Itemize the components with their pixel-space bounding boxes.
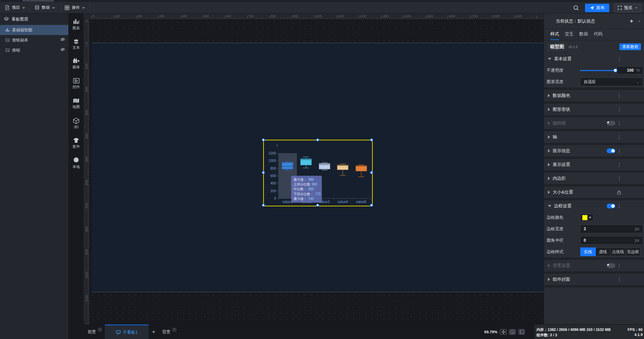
select-图形宽度[interactable]: 自适应⌄ xyxy=(580,77,643,86)
document-icon xyxy=(5,5,9,10)
more-options-icon[interactable]: ⋮ xyxy=(617,162,620,167)
pan-tool-button[interactable] xyxy=(500,329,507,335)
section-header-边框设置[interactable]: 边框设置⋮ xyxy=(544,200,644,212)
section-toggle[interactable] xyxy=(607,263,615,268)
setting-label: 圆角半径 xyxy=(547,238,563,243)
layer-item-1[interactable]: 基础箱型图 xyxy=(0,25,68,35)
search-button[interactable] xyxy=(572,3,580,12)
selection-handle[interactable] xyxy=(262,204,265,207)
section-header-基本设置[interactable]: 基本设置⋮ xyxy=(544,53,644,65)
border-color-picker[interactable] xyxy=(580,214,593,221)
input-value: 3 xyxy=(584,227,586,231)
menu-action[interactable]: 操作 xyxy=(60,2,90,13)
add-foreground-icon[interactable]: + xyxy=(98,328,102,332)
toolbox-item-3D[interactable]: 3D xyxy=(69,117,84,129)
input-边框宽度[interactable]: 3px xyxy=(580,225,643,233)
opacity-slider[interactable] xyxy=(580,70,615,71)
selection-handle[interactable] xyxy=(370,138,373,141)
section-toggle[interactable] xyxy=(607,204,615,208)
add-background-icon[interactable]: + xyxy=(173,328,176,332)
more-options-icon[interactable]: ⋮ xyxy=(617,56,620,62)
ruler-v-number: 0 xyxy=(85,42,88,43)
panel-tab-数据[interactable]: 数据 xyxy=(579,29,588,40)
preview-button[interactable]: 预览 xyxy=(614,4,641,12)
publish-button[interactable]: 发布 xyxy=(585,4,609,12)
selection-handle[interactable] xyxy=(370,204,373,207)
canvas-field[interactable]: ↑ 120010008006004002000value1value2value… xyxy=(90,20,544,324)
more-options-icon[interactable]: ⋮ xyxy=(617,121,620,126)
selected-boxplot-component[interactable]: ↑ 120010008006004002000value1value2value… xyxy=(263,140,373,206)
selection-handle[interactable] xyxy=(316,204,319,207)
toolbox-item-控件[interactable]: 控件 xyxy=(69,78,84,90)
section-header-内边距[interactable]: 内边距⋮ xyxy=(544,173,644,184)
section-header-大小&位置[interactable]: 大小&位置 xyxy=(544,187,644,198)
input-圆角半径[interactable]: 0px xyxy=(580,236,643,245)
toolbox-item-媒体[interactable]: 媒体 xyxy=(69,58,84,70)
eye-off-icon[interactable] xyxy=(60,47,65,52)
value-text: 100 xyxy=(627,68,634,73)
zoom-level[interactable]: 69.79% xyxy=(484,330,497,334)
border-style-虚线[interactable]: 虚线 xyxy=(596,247,611,256)
state-value[interactable]: 默认状态 xyxy=(578,18,595,24)
section-header-提示信息[interactable]: 提示信息⋮ xyxy=(544,145,644,157)
caret-right-icon xyxy=(548,135,550,139)
section-header-图形形状[interactable]: 图形形状⋮ xyxy=(544,104,644,115)
tooltip-value: 980 xyxy=(308,178,314,181)
tab-sub-dashboard[interactable]: 子看板1 xyxy=(105,325,149,339)
menu-data[interactable]: 数据 xyxy=(30,2,60,13)
opacity-value-input[interactable]: 100% xyxy=(617,66,643,74)
panel-tab-代码[interactable]: 代码 xyxy=(594,29,603,40)
add-state-button[interactable]: + xyxy=(630,18,633,25)
toolbox-item-地图[interactable]: 地图 xyxy=(69,98,84,109)
component-name[interactable]: 箱型图 xyxy=(548,43,566,50)
more-options-icon[interactable]: ⋮ xyxy=(617,148,620,154)
ruler-v-number: 1000 xyxy=(85,272,88,278)
tab-foreground-label: 前景 xyxy=(88,329,96,335)
section-header-组件封面[interactable]: 组件封面⋮ xyxy=(544,274,644,285)
panel-tab-样式[interactable]: 样式 xyxy=(550,29,559,40)
section-header-辅助线[interactable]: 辅助线⋮ xyxy=(544,117,644,129)
section-辅助线: 辅助线⋮ xyxy=(544,117,644,129)
more-options-icon[interactable]: ⋮ xyxy=(617,176,620,181)
toolbox-item-文本[interactable]: 文本 xyxy=(69,38,84,50)
section-toggle[interactable] xyxy=(607,121,615,126)
border-style-实线[interactable]: 实线 xyxy=(580,247,596,256)
selection-handle[interactable] xyxy=(370,171,373,174)
more-options-icon[interactable]: ⋮ xyxy=(617,277,620,282)
tab-foreground[interactable]: 前景 + xyxy=(85,325,105,339)
eye-off-icon[interactable] xyxy=(60,37,65,41)
toolbox-item-图表[interactable]: 图表 xyxy=(69,18,84,31)
selection-handle[interactable] xyxy=(316,138,319,141)
shortcut-keys-button[interactable] xyxy=(509,329,516,335)
more-options-icon[interactable]: ⋮ xyxy=(617,134,620,140)
toolbox-item-套件[interactable]: 套件 xyxy=(69,137,84,149)
layer-item-3[interactable]: 按钮 xyxy=(0,45,68,55)
more-options-icon[interactable]: ⋮ xyxy=(617,203,620,209)
selection-handle[interactable] xyxy=(262,171,265,174)
section-header-数据颜色[interactable]: 数据颜色⋮ xyxy=(544,90,644,101)
tab-background[interactable]: 背景 + xyxy=(159,325,179,339)
tooltip-row: 最小值：740 xyxy=(294,197,319,201)
panel-tab-交互[interactable]: 交互 xyxy=(565,29,574,40)
section-header-轴[interactable]: 轴⋮ xyxy=(544,131,644,143)
more-options-icon[interactable]: ⋮ xyxy=(617,93,620,98)
console-button[interactable] xyxy=(518,329,525,335)
section-header-背景设置[interactable]: 背景设置⋮ xyxy=(544,260,644,271)
section-toggle[interactable] xyxy=(607,148,615,153)
toolbox-item-本地[interactable]: 本地 xyxy=(69,157,84,169)
border-style-无边框[interactable]: 无边框 xyxy=(626,247,641,256)
menu-project[interactable]: 项目 xyxy=(0,2,30,13)
selection-handle[interactable] xyxy=(262,138,265,141)
view-tutorial-button[interactable]: 查看教程 xyxy=(619,43,641,50)
border-style-点状线[interactable]: 点状线 xyxy=(611,247,626,256)
expand-states-icon[interactable]: › xyxy=(639,19,640,24)
tooltip-row: 最大值：980 xyxy=(294,177,319,182)
lock-icon[interactable] xyxy=(617,190,621,195)
more-options-icon[interactable]: ⋮ xyxy=(617,107,620,112)
caret-right-icon xyxy=(548,108,550,111)
main-menus: 项目数据操作 xyxy=(0,2,90,13)
section-header-展示设置[interactable]: 展示设置⋮ xyxy=(544,159,644,170)
layer-item-2[interactable]: 按钮副本 xyxy=(0,35,68,45)
add-tab-button[interactable]: + xyxy=(149,325,159,339)
more-options-icon[interactable]: ⋮ xyxy=(617,263,620,268)
